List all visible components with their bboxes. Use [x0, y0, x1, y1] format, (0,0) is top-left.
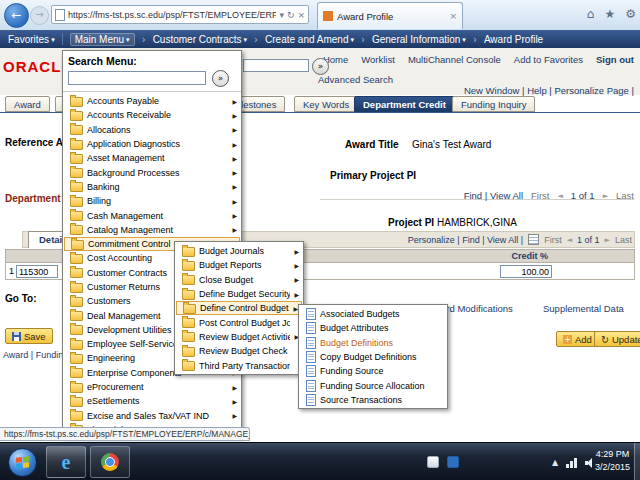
autocomplete-dropdown-icon[interactable]: ▾ — [279, 10, 284, 20]
menu-item[interactable]: Cash Management ▶ — [64, 208, 240, 222]
pager-last-label[interactable]: Last — [616, 190, 634, 201]
global-search-input[interactable] — [243, 59, 309, 72]
menu-search-go-icon[interactable]: » — [212, 70, 229, 87]
forward-button[interactable]: → — [30, 6, 49, 25]
menu-item[interactable]: Asset Management ▶ — [64, 151, 240, 165]
network-icon[interactable] — [566, 457, 579, 468]
show-desktop-button[interactable] — [634, 443, 640, 480]
multichannel-console-link[interactable]: MultiChannel Console — [408, 54, 501, 65]
award-title-value: Gina's Test Award — [412, 139, 491, 150]
submenu-arrow-icon: ▶ — [232, 155, 237, 162]
menu-search-input[interactable] — [68, 71, 206, 85]
tab-award[interactable]: Award — [5, 96, 50, 112]
save-button[interactable]: Save — [5, 328, 53, 344]
submenu-arrow-icon: ▶ — [294, 248, 299, 255]
menu-item[interactable]: Funding Source — [300, 364, 446, 378]
taskbar-ie-button[interactable]: e — [46, 446, 86, 478]
tray-icon-2[interactable] — [447, 456, 459, 468]
menu-item[interactable]: eProcurement ▶ — [64, 380, 240, 394]
pager-prev-icon[interactable]: ◄ — [567, 236, 572, 244]
taskbar-clock[interactable]: 4:29 PM 3/2/2015 — [595, 448, 630, 474]
taskbar-browser-button[interactable] — [90, 446, 130, 478]
update-display-button[interactable]: ↻ Update/Display — [594, 331, 640, 347]
add-button[interactable]: + Add — [556, 331, 599, 347]
menu-item[interactable]: Define Budget Security ▶ — [176, 287, 302, 301]
pager-last-label[interactable]: Last — [615, 235, 632, 245]
favorites-star-icon[interactable]: ★ — [604, 7, 615, 21]
tray-icon-1[interactable] — [427, 456, 439, 468]
menu-item[interactable]: Review Budget Activities ▶ — [176, 330, 302, 344]
pager-prev-icon[interactable]: ◄ — [557, 192, 562, 200]
menu-item[interactable]: Banking ▶ — [64, 180, 240, 194]
breadcrumb-item-customer-contracts[interactable]: Customer Contracts▾ — [153, 34, 247, 45]
url-text[interactable]: https://fms-tst.ps.sc.edu/psp/FTST/EMPLO… — [68, 10, 276, 20]
supplemental-data-link[interactable]: Supplemental Data — [543, 303, 624, 314]
menu-item[interactable]: Background Processes ▶ — [64, 165, 240, 179]
browser-icon — [101, 453, 119, 471]
menu-item[interactable]: Define Control Budgets ▶ — [176, 301, 302, 315]
tab-key-words[interactable]: Key Words — [294, 96, 358, 112]
menu-item[interactable]: Accounts Receivable ▶ — [64, 108, 240, 122]
breadcrumb-item-award-profile[interactable]: Award Profile — [484, 34, 543, 45]
menu-item[interactable]: eSettlements ▶ — [64, 394, 240, 408]
menu-item[interactable]: Close Budget ▶ — [176, 273, 302, 287]
menu-item[interactable]: Budget Attributes — [300, 321, 446, 335]
menu-item-label: Review Budget Activities — [199, 332, 290, 342]
menu-item[interactable]: Application Diagnostics ▶ — [64, 137, 240, 151]
menu-item[interactable]: Source Transactions — [300, 393, 446, 407]
menu-item[interactable]: Excise and Sales Tax/VAT IND ▶ — [64, 409, 240, 423]
pager-next-icon[interactable]: ► — [605, 236, 610, 244]
chevron-down-icon: ▾ — [462, 36, 466, 44]
credit-percent-field[interactable] — [500, 265, 552, 278]
credit-percent-header[interactable]: Credit % — [511, 251, 548, 261]
address-bar[interactable]: https://fms-tst.ps.sc.edu/psp/FTST/EMPLO… — [51, 5, 309, 24]
menu-item[interactable]: Review Budget Check Exceptions ▶ — [176, 344, 302, 358]
breadcrumb-item-general-information[interactable]: General Information▾ — [372, 34, 466, 45]
submenu-arrow-icon: ▶ — [232, 212, 237, 219]
hidden-icons-arrow[interactable]: ▲ — [552, 458, 558, 467]
page-actions[interactable]: New Window | Help | Personalize Page | — [464, 85, 634, 96]
menu-item[interactable]: Catalog Management ▶ — [64, 223, 240, 237]
project-pi-value: HAMBRICK,GINA — [437, 217, 517, 228]
download-grid-icon[interactable] — [528, 234, 539, 245]
menu-item[interactable]: Billing ▶ — [64, 194, 240, 208]
breadcrumb-item-create-and-amend[interactable]: Create and Amend▾ — [265, 34, 354, 45]
volume-icon[interactable] — [585, 458, 595, 468]
menu-item[interactable]: Associated Budgets — [300, 307, 446, 321]
tab-department-credit[interactable]: Department Credit — [354, 96, 455, 112]
folder-icon — [70, 125, 83, 135]
start-button[interactable] — [8, 448, 37, 477]
menu-item[interactable]: Budget Definitions — [300, 336, 446, 350]
pager-first-label[interactable]: First — [531, 190, 549, 201]
menu-item[interactable]: Accounts Payable ▶ — [64, 94, 240, 108]
menu-item[interactable]: Funding Source Allocation — [300, 378, 446, 392]
pager-next-icon[interactable]: ► — [603, 192, 608, 200]
clock-date: 3/2/2015 — [595, 461, 630, 474]
worklist-link[interactable]: Worklist — [361, 54, 395, 65]
menu-item[interactable]: Budget Journals ▶ — [176, 244, 302, 258]
define-control-budgets-submenu: Associated Budgets Budget Attributes Bud… — [298, 304, 448, 409]
tab-close-icon[interactable]: × — [449, 11, 457, 21]
pager-first-label[interactable]: First — [544, 235, 562, 245]
stop-icon[interactable]: × — [297, 10, 305, 20]
favorites-menu[interactable]: Favorites▾ — [8, 34, 55, 45]
menu-item[interactable]: Post Control Budget Journals ▶ — [176, 315, 302, 329]
refresh-icon[interactable]: ↻ — [287, 10, 295, 20]
tools-gear-icon[interactable]: ⚙ — [625, 7, 636, 21]
tab-funding-inquiry[interactable]: Funding Inquiry — [452, 96, 535, 112]
home-icon[interactable]: ⌂ — [587, 7, 595, 21]
find-viewall-links[interactable]: Find | View All — [464, 190, 523, 201]
menu-item[interactable]: Budget Reports ▶ — [176, 258, 302, 272]
back-button[interactable]: ← — [4, 3, 29, 28]
department-field[interactable] — [16, 265, 58, 278]
search-go-icon[interactable]: » — [312, 58, 329, 75]
browser-tab[interactable]: Award Profile × — [317, 2, 463, 29]
menu-item[interactable]: Copy Budget Definitions — [300, 350, 446, 364]
personalize-find-viewall-links[interactable]: Personalize | Find | View All | — [408, 235, 523, 245]
sign-out-link[interactable]: Sign out — [596, 54, 634, 65]
advanced-search-link[interactable]: Advanced Search — [318, 74, 393, 85]
add-to-favorites-link[interactable]: Add to Favorites — [514, 54, 583, 65]
main-menu-button[interactable]: Main Menu▾ — [70, 33, 135, 46]
menu-item[interactable]: Third Party Transactions ▶ — [176, 358, 302, 372]
menu-item[interactable]: Allocations ▶ — [64, 123, 240, 137]
